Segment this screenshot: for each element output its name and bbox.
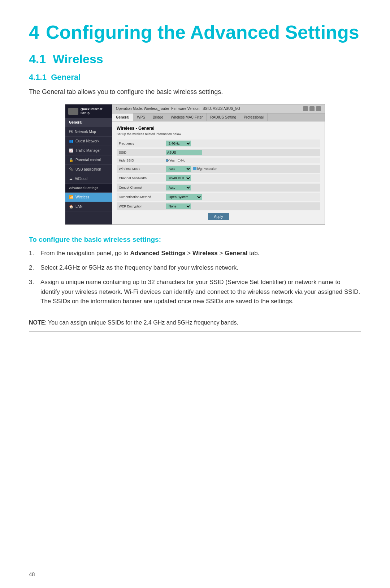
step-3-number: 3.: [29, 278, 37, 306]
subsection-title-text: General: [51, 73, 81, 82]
frequency-field[interactable]: 2.4GHz: [166, 141, 318, 146]
page-number: 48: [29, 571, 35, 577]
sidebar-item-guest-network[interactable]: 👥 Guest Network: [65, 137, 112, 146]
hide-ssid-radio-group: Yes No: [166, 159, 318, 162]
control-channel-field[interactable]: Auto: [166, 185, 318, 190]
frequency-select[interactable]: 2.4GHz: [166, 141, 191, 146]
traffic-icon: 📈: [69, 149, 73, 153]
hide-ssid-label: Hide SSID: [119, 159, 166, 162]
topbar-icons: [303, 106, 321, 111]
step-2-text: Select 2.4GHz or 5GHz as the frequency b…: [40, 263, 238, 272]
router-main-panel: Operation Mode: Wireless_router Firmware…: [112, 104, 325, 224]
tab-radius-setting[interactable]: RADIUS Setting: [207, 113, 240, 121]
bg-protection-label: b/g Protection: [197, 167, 217, 171]
sidebar-item-network-map[interactable]: 🗺 Network Map: [65, 127, 112, 137]
section-title-text: Wireless: [53, 52, 103, 66]
channel-bandwidth-label: Channel bandwidth: [119, 176, 166, 180]
form-subtitle: Set up the wireless related information …: [117, 132, 320, 136]
router-ui-screenshot: Quick InternetSetup General 🗺 Network Ma…: [65, 104, 325, 225]
sidebar-item-traffic-manager[interactable]: 📈 Traffic Manager: [65, 146, 112, 155]
sidebar-item-aicloud[interactable]: ☁ AiCloud: [65, 174, 112, 184]
no-label: No: [181, 159, 186, 162]
frequency-label: Frequency: [119, 142, 166, 145]
wireless-mode-field[interactable]: Auto b/g Protection: [166, 166, 318, 172]
yes-label: Yes: [169, 159, 175, 162]
ssid-label: SSID: [119, 151, 166, 154]
lan-label: LAN: [75, 205, 82, 209]
frequency-row: Frequency 2.4GHz: [117, 140, 320, 147]
chapter-number: 4: [29, 22, 39, 43]
power-icon: [316, 106, 321, 111]
wep-encryption-select[interactable]: None: [166, 203, 191, 209]
configure-heading: To configure the basic wireless settings…: [29, 236, 361, 244]
tab-wireless-mac-filter[interactable]: Wireless MAC Filter: [167, 113, 207, 121]
wireless-mode-label: Wireless Mode: [119, 167, 166, 171]
auth-method-field[interactable]: Open System: [166, 194, 318, 200]
sidebar-item-wireless[interactable]: 📶 Wireless: [65, 193, 112, 202]
ssid-text: SSID: ASUS ASUS_5G: [203, 107, 240, 111]
settings-icon: [309, 106, 315, 111]
sidebar-advanced-settings-header: Advanced Settings: [65, 184, 112, 193]
firmware-version-text: Firmware Version:: [171, 107, 200, 111]
wireless-mode-select[interactable]: Auto: [166, 166, 191, 172]
person-icon: [303, 106, 308, 111]
parental-icon: 🔒: [69, 158, 73, 162]
wireless-mode-row: Wireless Mode Auto b/g Protection: [117, 165, 320, 173]
channel-bandwidth-field[interactable]: 20/40 MHz: [166, 175, 318, 181]
wep-encryption-field[interactable]: None: [166, 203, 318, 209]
lan-icon: 🏠: [69, 205, 73, 209]
section-number: 4.1: [29, 52, 46, 66]
tab-bridge[interactable]: Bridge: [149, 113, 167, 121]
channel-bandwidth-select[interactable]: 20/40 MHz: [166, 175, 191, 181]
cloud-icon: ☁: [69, 177, 73, 181]
bg-protection-checkbox: [193, 167, 196, 170]
sidebar-item-lan[interactable]: 🏠 LAN: [65, 202, 112, 211]
aicloud-label: AiCloud: [75, 177, 87, 181]
step-2-number: 2.: [29, 263, 37, 272]
wep-encryption-label: WEP Encryption: [119, 205, 166, 208]
router-form-content: Wireless - General Set up the wireless r…: [112, 121, 325, 224]
step-1-number: 1.: [29, 249, 37, 258]
ssid-field[interactable]: [166, 150, 318, 155]
wireless-icon: 📶: [69, 195, 73, 199]
topbar-info: Operation Mode: Wireless_router Firmware…: [116, 107, 240, 111]
tab-general[interactable]: General: [112, 113, 133, 121]
hide-ssid-yes[interactable]: Yes: [166, 159, 175, 162]
intro-text: The General tab allows you to configure …: [29, 87, 361, 97]
ssid-input[interactable]: [166, 150, 202, 155]
hide-ssid-no[interactable]: No: [178, 159, 186, 162]
note-label: NOTE: [29, 319, 45, 326]
network-map-label: Network Map: [75, 130, 96, 134]
guests-icon: 👥: [69, 139, 73, 143]
tab-professional[interactable]: Professional: [240, 113, 268, 121]
wep-encryption-row: WEP Encryption None: [117, 202, 320, 210]
auth-method-label: Authentication Method: [119, 195, 166, 199]
bg-protection-area: b/g Protection: [193, 167, 217, 171]
apply-button[interactable]: Apply: [208, 213, 229, 220]
section-title: 4.1 Wireless: [29, 52, 361, 66]
sidebar-item-parental-control[interactable]: 🔒 Parental control: [65, 155, 112, 165]
guest-network-label: Guest Network: [75, 139, 99, 143]
step-1-text: From the navigation panel, go to Advance…: [40, 249, 260, 258]
subsection-title: 4.1.1 General: [29, 73, 361, 82]
router-tabs-bar: General WPS Bridge Wireless MAC Filter R…: [112, 113, 325, 121]
no-radio-dot: [178, 159, 181, 162]
usb-icon: 🔌: [69, 167, 73, 171]
sidebar-logo-area: Quick InternetSetup: [65, 104, 112, 118]
chapter-title: 4Configuring the Advanced Settings: [29, 22, 361, 43]
auth-method-select[interactable]: Open System: [166, 194, 202, 200]
router-sidebar: Quick InternetSetup General 🗺 Network Ma…: [65, 104, 112, 224]
tab-wps[interactable]: WPS: [133, 113, 149, 121]
sidebar-item-usb-application[interactable]: 🔌 USB application: [65, 165, 112, 174]
yes-radio-dot: [166, 159, 169, 162]
advanced-settings-label: Advanced Settings: [69, 186, 98, 190]
auth-method-row: Authentication Method Open System: [117, 193, 320, 201]
step-2: 2. Select 2.4GHz or 5GHz as the frequenc…: [29, 263, 361, 272]
control-channel-label: Control Channel: [119, 186, 166, 189]
form-title: Wireless - General: [117, 126, 320, 131]
sidebar-item-general[interactable]: General: [65, 118, 112, 127]
note-text: : You can assign unique SSIDs for the 2.…: [45, 319, 238, 326]
control-channel-select[interactable]: Auto: [166, 185, 191, 190]
step-3-text: Assign a unique name containing up to 32…: [40, 278, 361, 306]
hide-ssid-field[interactable]: Yes No: [166, 159, 318, 162]
